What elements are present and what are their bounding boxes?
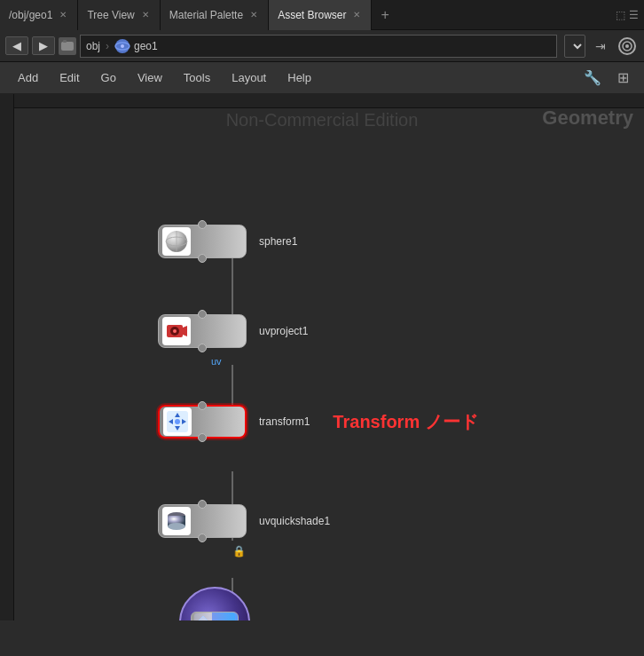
home-button[interactable]: [616, 35, 639, 58]
back-button[interactable]: ◀: [5, 36, 28, 55]
connector-top-transform1[interactable]: [198, 401, 207, 410]
tab-close-obj-geo1[interactable]: ✕: [58, 9, 68, 20]
path-obj: obj: [86, 40, 100, 52]
svg-point-4: [121, 44, 124, 48]
tab-label-tree-view: Tree View: [87, 9, 134, 21]
connector-bottom-transform1[interactable]: [198, 433, 207, 442]
node-icon-uvquickshade1: [162, 507, 191, 535]
bend-circle[interactable]: [179, 587, 250, 620]
menu-help[interactable]: Help: [279, 67, 320, 88]
geo1-icon: [114, 38, 130, 54]
bend-inner-icon: [194, 613, 212, 620]
address-right-controls: ⇥: [589, 35, 639, 58]
connector-bottom-uvquickshade1[interactable]: [198, 533, 207, 542]
bend-inner: [191, 612, 239, 620]
path-icon: [59, 37, 76, 55]
tab-asset-browser[interactable]: Asset Browser ✕: [269, 0, 372, 30]
tab-obj-geo1[interactable]: /obj/geo1 ✕: [0, 0, 78, 30]
node-icon-sphere1: [162, 227, 191, 256]
tab-label-material-palette: Material Palette: [169, 9, 243, 21]
ruler-left: [0, 94, 14, 620]
address-bar: ◀ ▶ obj › geo1 ▼ ⇥: [0, 30, 644, 62]
path-dropdown[interactable]: ▼: [564, 35, 585, 58]
connector-top-uvproject1[interactable]: [198, 310, 207, 319]
svg-marker-14: [183, 326, 187, 336]
svg-point-23: [168, 523, 185, 530]
node-transform1[interactable]: transform1 Transform ノード: [158, 405, 478, 439]
tab-close-tree-view[interactable]: ✕: [140, 9, 151, 20]
node-uvproject1[interactable]: uvproject1: [158, 314, 308, 348]
node-label-transform1: transform1: [259, 415, 310, 428]
network-view: Non-Commercial Edition Geometry: [0, 94, 644, 620]
watermark: Non-Commercial Edition: [226, 110, 419, 130]
tab-close-asset-browser[interactable]: ✕: [351, 9, 362, 20]
connector-bottom-sphere1[interactable]: [198, 254, 207, 263]
window-controls: ⬚ ☰: [610, 9, 644, 21]
forward-button[interactable]: ▶: [32, 36, 55, 55]
node-icon-uvproject1: [162, 317, 191, 345]
node-box-transform1[interactable]: [158, 405, 247, 439]
node-label-sphere1: sphere1: [259, 235, 297, 248]
node-box-sphere1[interactable]: [158, 225, 247, 258]
svg-point-7: [625, 44, 629, 48]
home-icon: [617, 36, 637, 56]
connector-bottom-uvproject1[interactable]: [198, 344, 207, 352]
svg-rect-1: [63, 40, 67, 43]
node-box-uvquickshade1[interactable]: [158, 504, 247, 538]
connector-top-uvquickshade1[interactable]: [198, 500, 207, 509]
menu-add[interactable]: Add: [9, 67, 47, 88]
node-label-uvquickshade1: uvquickshade1: [259, 515, 330, 527]
tab-tree-view[interactable]: Tree View ✕: [78, 0, 160, 30]
pin-button[interactable]: ⇥: [589, 35, 612, 58]
menu-layout[interactable]: Layout: [223, 67, 275, 88]
bend-icon-svg: [196, 615, 210, 620]
svg-point-20: [175, 419, 180, 424]
menu-edit[interactable]: Edit: [51, 67, 88, 88]
svg-marker-24: [197, 616, 209, 620]
connector-top-sphere1[interactable]: [198, 220, 207, 229]
path-separator: ›: [106, 40, 109, 52]
node-bend1[interactable]: bend1: [179, 616, 212, 620]
address-path[interactable]: obj › geo1: [80, 35, 557, 58]
sphere-svg: [164, 229, 189, 254]
node-label-uvproject1: uvproject1: [259, 325, 308, 337]
path-geo1-group: geo1: [114, 38, 158, 54]
geometry-label: Geometry: [542, 107, 633, 130]
node-sphere1[interactable]: sphere1: [158, 225, 297, 258]
transform-annotation: Transform ノード: [333, 410, 477, 434]
transform-svg: [165, 409, 190, 434]
tab-label-obj-geo1: /obj/geo1: [9, 9, 52, 21]
window-menu-icon[interactable]: ☰: [629, 9, 639, 21]
tab-close-material-palette[interactable]: ✕: [248, 9, 259, 20]
svg-point-13: [173, 329, 177, 333]
tab-add-button[interactable]: +: [372, 7, 397, 23]
path-geo1: geo1: [134, 40, 158, 52]
uvquickshade-svg: [164, 509, 189, 533]
tab-bar: /obj/geo1 ✕ Tree View ✕ Material Palette…: [0, 0, 644, 30]
node-box-uvproject1[interactable]: [158, 314, 247, 348]
uvproject-svg: [164, 319, 189, 344]
node-icon-transform1: [163, 407, 192, 436]
svg-rect-0: [61, 42, 74, 51]
grid-icon[interactable]: ⊞: [610, 66, 635, 91]
tab-material-palette[interactable]: Material Palette ✕: [161, 0, 269, 30]
node-uvquickshade1[interactable]: uvquickshade1: [158, 504, 330, 538]
menu-right-controls: 🔧 ⊞: [580, 66, 635, 91]
window-float-icon[interactable]: ⬚: [616, 9, 625, 21]
menu-view[interactable]: View: [129, 67, 171, 88]
menu-go[interactable]: Go: [92, 67, 125, 88]
wrench-icon[interactable]: 🔧: [580, 66, 605, 91]
tab-label-asset-browser: Asset Browser: [278, 9, 346, 21]
lock-icon-uvquickshade1: 🔒: [232, 545, 246, 557]
path-icon-svg: [60, 39, 75, 53]
menu-tools[interactable]: Tools: [175, 67, 219, 88]
menu-bar: Add Edit Go View Tools Layout Help 🔧 ⊞: [0, 62, 644, 94]
node-sublabel-uvproject1: uv: [211, 356, 222, 367]
